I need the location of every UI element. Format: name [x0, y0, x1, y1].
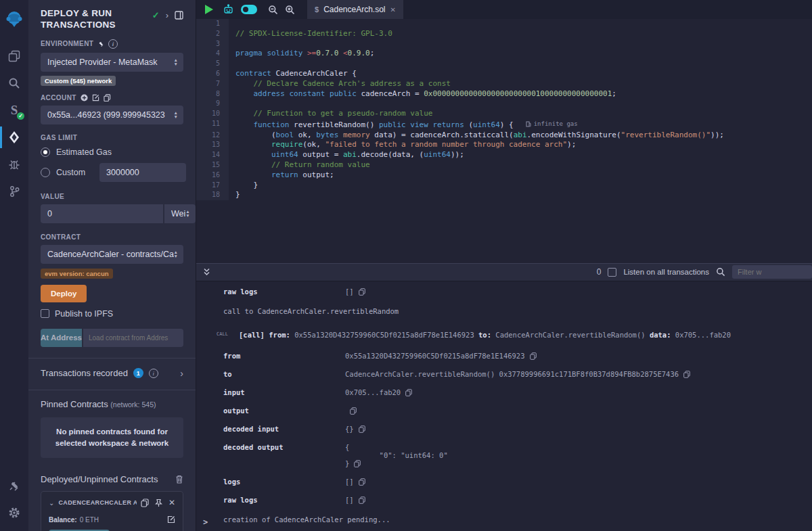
zoom-out-icon[interactable]	[268, 5, 278, 15]
run-script-button[interactable]	[205, 5, 213, 14]
zoom-in-icon[interactable]	[285, 5, 295, 15]
at-address-input[interactable]	[83, 329, 183, 347]
edit-balance-icon[interactable]	[167, 515, 175, 524]
line-number: 1	[196, 19, 229, 29]
environment-select[interactable]: Injected Provider - MetaMask ▲▼	[41, 53, 183, 72]
custom-gas-radio[interactable]	[41, 168, 50, 177]
terminal-filter-input[interactable]	[732, 265, 812, 279]
environment-info-icon[interactable]: i	[108, 39, 118, 49]
copy-icon[interactable]	[530, 352, 537, 360]
code-line: 9	[196, 99, 812, 109]
line-number: 2	[196, 29, 229, 39]
terminal-search-icon[interactable]	[716, 267, 725, 277]
line-number: 15	[196, 160, 229, 170]
account-select[interactable]: 0x55a...46923 (999.999945323 ▲▼	[41, 106, 183, 124]
code-line: 5	[196, 59, 812, 69]
custom-gas-option[interactable]: Custom	[41, 163, 183, 182]
contract-label: CONTRACT	[41, 233, 81, 241]
copy-icon[interactable]	[359, 425, 365, 433]
code-line: 8 address constant public cadenceArch = …	[196, 89, 812, 99]
code-line: 7 // Declare Cadence Arch's address as a…	[196, 79, 812, 89]
estimated-gas-label: Estimated Gas	[56, 147, 112, 157]
copy-icon[interactable]	[359, 478, 365, 486]
terminal[interactable]: raw logs[]call to CadenceArchCaler.rever…	[196, 281, 812, 531]
contract-select[interactable]: CadenceArchCaler - contracts/Cac ▲▼	[41, 245, 183, 264]
collapse-terminal-icon[interactable]	[203, 268, 210, 276]
clear-contracts-trash-icon[interactable]	[175, 475, 183, 484]
remix-ai-copilot-icon[interactable]	[223, 4, 234, 16]
editor-toolbar: $ CadenceArch.sol ✕	[196, 0, 812, 19]
remove-contract-icon[interactable]: ✕	[168, 498, 175, 507]
terminal-row-value: { "0": "uint64: 0"}	[345, 443, 448, 467]
sidebar-item-solidity-compiler[interactable]: S ✓	[0, 97, 28, 123]
git-branch-icon	[9, 185, 20, 198]
listen-all-checkbox[interactable]	[608, 268, 616, 277]
sidebar-item-deploy-and-run[interactable]	[0, 124, 28, 150]
listen-all-label: Listen on all transactions	[623, 268, 709, 276]
code-line: 11 function revertibleRandom() public vi…	[196, 119, 812, 131]
chevron-right-icon[interactable]: ›	[180, 368, 183, 379]
publish-ipfs-checkbox[interactable]	[41, 309, 49, 318]
estimated-gas-option[interactable]: Estimated Gas	[41, 147, 183, 157]
copy-icon[interactable]	[354, 460, 361, 467]
custom-gas-label: Custom	[56, 168, 85, 177]
custom-gas-input[interactable]	[99, 163, 186, 182]
copy-icon[interactable]	[683, 371, 690, 378]
sidebar-item-search[interactable]	[0, 70, 28, 96]
tab-cadencearch-sol[interactable]: $ CadenceArch.sol ✕	[307, 0, 403, 19]
add-account-icon[interactable]	[81, 94, 88, 101]
copy-contract-icon[interactable]	[141, 499, 149, 507]
pin-panel-icon[interactable]	[175, 11, 183, 20]
copy-icon[interactable]	[359, 497, 365, 504]
gear-icon	[8, 507, 20, 519]
pin-contract-icon[interactable]	[155, 499, 162, 507]
terminal-kv-row: output	[196, 407, 812, 415]
transactions-recorded-row[interactable]: Transactions recorded 1 i ›	[41, 368, 183, 379]
line-number: 14	[196, 150, 229, 160]
terminal-prompt[interactable]: >	[203, 517, 208, 527]
publish-to-ipfs-option[interactable]: Publish to IPFS	[41, 309, 183, 319]
chevron-down-icon[interactable]: ⌄	[49, 499, 54, 507]
terminal-row-value: 0x705...fab20	[345, 388, 412, 396]
select-arrows-icon: ▲▼	[174, 111, 178, 118]
compile-success-badge: ✓	[17, 112, 24, 120]
copy-icon[interactable]	[405, 389, 412, 396]
copilot-toggle[interactable]	[241, 5, 257, 14]
code-editor[interactable]: 12// SPDX-License-Identifier: GPL-3.034p…	[196, 19, 812, 263]
terminal-row-label: logs	[223, 478, 345, 486]
terminal-tx-summary[interactable]: call[call] from: 0x55a1320D432759960C5Df…	[196, 329, 812, 339]
network-badge: Custom (545) network	[41, 76, 116, 86]
value-unit: Wei	[171, 209, 185, 218]
copy-icon[interactable]	[350, 407, 357, 415]
transactions-info-icon[interactable]: i	[149, 369, 158, 378]
code-line: 18}	[196, 190, 812, 200]
value-input[interactable]	[41, 204, 163, 223]
sidebar-item-plugin-manager[interactable]	[0, 473, 28, 499]
close-tab-icon[interactable]: ✕	[390, 6, 396, 14]
select-arrows-icon: ▲▼	[174, 58, 178, 66]
sidebar-item-settings[interactable]	[0, 500, 28, 526]
edit-account-icon[interactable]	[92, 94, 99, 101]
terminal-row-label: raw logs	[223, 496, 345, 504]
remix-logo[interactable]	[0, 4, 28, 34]
at-address-button[interactable]: At Address	[41, 329, 82, 347]
terminal-header: 0 Listen on all transactions	[196, 263, 812, 281]
deployed-contract-card: ⌄ CADENCEARCHCALER AT 0X ✕ Balance: 0 ET…	[41, 491, 183, 531]
estimated-gas-radio[interactable]	[41, 147, 50, 157]
value-unit-select[interactable]: Wei ▲▼	[164, 204, 196, 223]
chevron-right-icon[interactable]: ›	[166, 10, 168, 20]
files-icon	[8, 50, 20, 62]
terminal-kv-row: decoded output{ "0": "uint64: 0"}	[196, 443, 812, 467]
deploy-button[interactable]: Deploy	[41, 285, 87, 302]
terminal-row-label: from	[223, 352, 345, 360]
plug-icon[interactable]	[97, 41, 104, 47]
terminal-row-value: []	[345, 287, 365, 296]
sidebar-item-git[interactable]	[0, 179, 28, 204]
call-tag: call	[217, 329, 233, 337]
search-icon	[8, 77, 20, 89]
copy-account-icon[interactable]	[104, 94, 111, 101]
copy-icon[interactable]	[359, 288, 365, 296]
tx-summary-text: [call] from: 0x55a1320D432759960C5Df0215…	[239, 329, 731, 339]
sidebar-item-debugger[interactable]	[0, 152, 28, 177]
sidebar-item-file-explorer[interactable]	[0, 43, 28, 69]
